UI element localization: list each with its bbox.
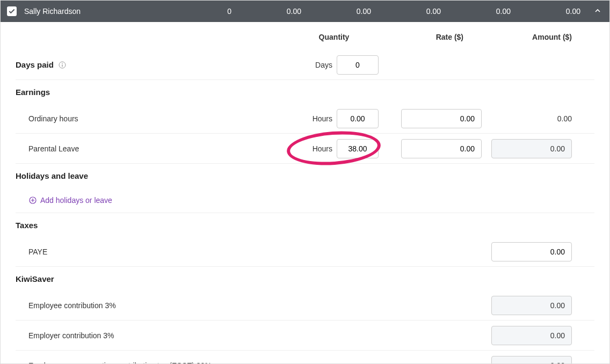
kiwisaver-heading-row: KiwiSaver <box>16 267 594 290</box>
paye-row: PAYE <box>16 237 594 267</box>
employee-checkbox[interactable] <box>5 6 19 16</box>
paye-label: PAYE <box>28 247 47 256</box>
employee-name: Sally Richardson <box>24 7 81 16</box>
holidays-heading: Holidays and leave <box>16 171 88 180</box>
esct-row: Employer superannuation contribution tax… <box>16 351 594 364</box>
summary-value-2: 0.00 <box>307 7 376 16</box>
summary-value-3: 0.00 <box>376 7 446 16</box>
checkmark-icon <box>8 8 16 15</box>
ordinary-hours-row: Ordinary hours Hours 0.00 <box>16 104 594 134</box>
parental-leave-amount-input <box>491 139 572 158</box>
add-holidays-link-text: Add holidays or leave <box>40 196 112 205</box>
holidays-heading-row: Holidays and leave <box>16 164 594 187</box>
employer-contribution-label: Employer contribution 3% <box>28 331 114 340</box>
days-paid-quantity-input[interactable] <box>337 55 379 75</box>
add-holidays-row: Add holidays or leave <box>16 187 594 213</box>
employee-contribution-label: Employee contribution 3% <box>28 301 116 310</box>
esct-label: Employer superannuation contribution tax… <box>28 361 212 364</box>
summary-value-0: 0 <box>167 7 237 16</box>
paye-amount-input[interactable] <box>491 242 572 261</box>
ordinary-hours-unit: Hours <box>313 114 332 123</box>
employee-contribution-amount <box>491 296 572 315</box>
ordinary-hours-label: Ordinary hours <box>28 114 78 123</box>
taxes-heading-row: Taxes <box>16 213 594 237</box>
parental-leave-rate-input[interactable] <box>401 139 482 158</box>
earnings-heading: Earnings <box>16 88 50 97</box>
ordinary-hours-quantity-input[interactable] <box>337 109 379 128</box>
svg-rect-2 <box>62 64 62 67</box>
parental-leave-quantity-input[interactable] <box>337 139 379 158</box>
esct-amount <box>491 356 572 364</box>
taxes-heading: Taxes <box>16 221 38 230</box>
parental-leave-label: Parental Leave <box>28 144 79 153</box>
plus-circle-icon <box>28 196 37 205</box>
parental-leave-unit: Hours <box>313 144 332 153</box>
days-paid-label: Days paid <box>16 60 54 69</box>
info-icon[interactable] <box>58 61 67 69</box>
rate-header: Rate ($) <box>385 33 487 41</box>
column-headers: Quantity Rate ($) Amount ($) <box>16 33 594 50</box>
employer-contribution-amount <box>491 326 572 345</box>
employee-contribution-row: Employee contribution 3% <box>16 290 594 321</box>
svg-point-1 <box>62 63 63 64</box>
amount-header: Amount ($) <box>487 33 594 41</box>
ordinary-hours-rate-input[interactable] <box>401 109 482 128</box>
earnings-heading-row: Earnings <box>16 80 594 104</box>
add-holidays-link[interactable]: Add holidays or leave <box>28 192 112 209</box>
employer-contribution-row: Employer contribution 3% <box>16 321 594 351</box>
summary-value-1: 0.00 <box>237 7 307 16</box>
quantity-header: Quantity <box>283 33 385 41</box>
ordinary-hours-amount: 0.00 <box>557 114 572 123</box>
days-paid-unit: Days <box>315 61 332 69</box>
parental-leave-row: Parental Leave Hours <box>16 134 594 164</box>
days-paid-row: Days paid Days <box>16 50 594 80</box>
employee-summary-row[interactable]: Sally Richardson 0 0.00 0.00 0.00 0.00 0… <box>1 1 609 22</box>
summary-value-5: 0.00 <box>516 7 586 16</box>
summary-value-4: 0.00 <box>446 7 516 16</box>
kiwisaver-heading: KiwiSaver <box>16 274 54 283</box>
chevron-up-icon[interactable] <box>593 6 602 15</box>
